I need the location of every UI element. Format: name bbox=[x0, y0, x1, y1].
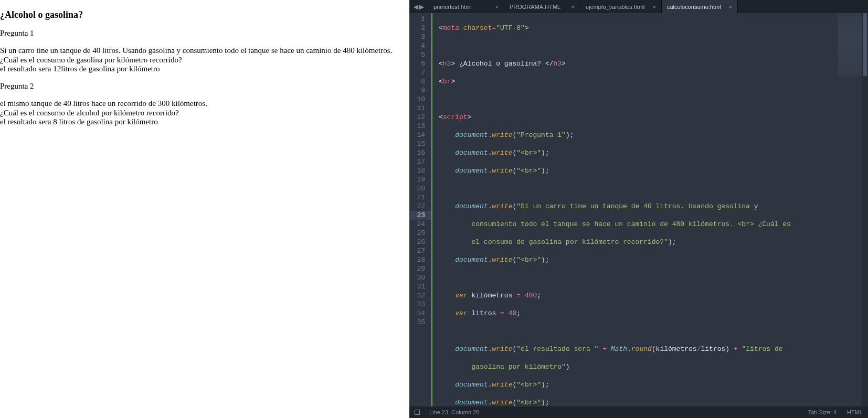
code-line: <h3> ¿Alcohol o gasolina? </h3> bbox=[439, 59, 868, 68]
code-line: el consumo de gasolina por kilómetro rec… bbox=[439, 238, 868, 246]
tab-size[interactable]: Tab Size: 4 bbox=[808, 409, 837, 415]
status-bar: Line 23, Column 28 Tab Size: 4 HTML bbox=[409, 406, 868, 418]
line-number: 17 bbox=[409, 157, 425, 166]
tab-label: PROGRAMA.HTML bbox=[510, 4, 560, 10]
tab-calculoconsumo[interactable]: calculoconsumo.html × bbox=[662, 0, 738, 13]
tab-label: primertest.html bbox=[433, 4, 472, 10]
editor-body[interactable]: 1 2 3 4 5 6 7 8 9 10 11 12 13 14 15 16 1… bbox=[409, 13, 868, 406]
code-line bbox=[439, 41, 868, 50]
code-line: document.write("<br>"); bbox=[439, 398, 868, 406]
page-title: ¿Alcohol o gasolina? bbox=[0, 9, 409, 20]
tab-bar: ◀ ▶ primertest.html × PROGRAMA.HTML × ej… bbox=[409, 0, 868, 13]
line-number: 16 bbox=[409, 148, 425, 157]
q2-result: el resultado sera 8 litros de gasolina p… bbox=[0, 117, 409, 126]
tab-label: calculoconsumo.html bbox=[667, 4, 721, 10]
code-line: document.write("<br>"); bbox=[439, 380, 868, 389]
syntax-mode[interactable]: HTML bbox=[847, 409, 863, 415]
line-number: 2 bbox=[409, 24, 425, 33]
q2-body: el mismo tanque de 40 litros hace un rec… bbox=[0, 99, 409, 108]
line-number: 4 bbox=[409, 41, 425, 50]
line-number: 28 bbox=[409, 255, 425, 264]
line-number: 24 bbox=[409, 220, 425, 229]
line-number: 35 bbox=[409, 318, 425, 327]
code-line: var litros = 40; bbox=[439, 309, 868, 318]
line-gutter: 1 2 3 4 5 6 7 8 9 10 11 12 13 14 15 16 1… bbox=[409, 13, 431, 406]
q1-body: Si un carro tine un tanque de 40 litros.… bbox=[0, 46, 409, 55]
code-line: gasolina por kilómetro") bbox=[439, 362, 868, 371]
line-number: 18 bbox=[409, 166, 425, 175]
code-line: consumiento todo el tanque se hace un ca… bbox=[439, 220, 868, 229]
cursor-position[interactable]: Line 23, Column 28 bbox=[429, 409, 479, 415]
line-number: 3 bbox=[409, 33, 425, 41]
q1-ask: ¿Cuál es el consumo de gasolina por kiló… bbox=[0, 56, 409, 65]
line-number: 15 bbox=[409, 140, 425, 148]
close-icon[interactable]: × bbox=[729, 4, 732, 10]
line-number: 13 bbox=[409, 122, 425, 131]
line-number: 12 bbox=[409, 113, 425, 122]
line-number: 7 bbox=[409, 68, 425, 77]
nav-next-icon[interactable]: ▶ bbox=[419, 3, 424, 10]
code-line: document.write("<br>"); bbox=[439, 166, 868, 175]
minimap[interactable] bbox=[838, 13, 862, 76]
q1-result: el resultado sera 12litros de gasolina p… bbox=[0, 65, 409, 73]
code-line: document.write("Pregunta 1"); bbox=[439, 131, 868, 140]
line-number: 20 bbox=[409, 184, 425, 193]
vertical-scrollbar[interactable] bbox=[862, 13, 868, 406]
close-icon[interactable]: × bbox=[571, 4, 575, 10]
tab-label: ejemplo_variables.html bbox=[586, 4, 645, 10]
nav-prev-icon[interactable]: ◀ bbox=[414, 3, 418, 10]
code-area[interactable]: <meta charset="UTF-8"> <h3> ¿Alcohol o g… bbox=[431, 13, 868, 406]
line-number: 6 bbox=[409, 59, 425, 68]
app-root: ¿Alcohol o gasolina? Pregunta 1 Si un ca… bbox=[0, 0, 868, 418]
q1-block: Si un carro tine un tanque de 40 litros.… bbox=[0, 46, 409, 73]
line-number: 34 bbox=[409, 309, 425, 318]
line-number: 22 bbox=[409, 202, 425, 211]
code-line bbox=[439, 184, 868, 193]
browser-preview: ¿Alcohol o gasolina? Pregunta 1 Si un ca… bbox=[0, 0, 409, 418]
code-line bbox=[439, 327, 868, 336]
line-number: 19 bbox=[409, 175, 425, 184]
line-number: 1 bbox=[409, 15, 425, 24]
line-number: 30 bbox=[409, 273, 425, 282]
code-line: <meta charset="UTF-8"> bbox=[439, 24, 868, 33]
code-line: document.write("el resultado sera " + Ma… bbox=[439, 345, 868, 353]
line-number: 5 bbox=[409, 50, 425, 59]
code-line: <script> bbox=[439, 113, 868, 122]
tab-ejemplo-variables[interactable]: ejemplo_variables.html × bbox=[580, 0, 662, 13]
code-line: document.write("<br>"); bbox=[439, 255, 868, 264]
q2-ask: ¿Cuál es el consumo de alcohol por kilóm… bbox=[0, 109, 409, 117]
tab-nav-arrows: ◀ ▶ bbox=[409, 0, 428, 13]
code-editor: ◀ ▶ primertest.html × PROGRAMA.HTML × ej… bbox=[409, 0, 868, 418]
line-number: 23 bbox=[409, 211, 431, 220]
line-number: 32 bbox=[409, 291, 425, 300]
line-number: 11 bbox=[409, 104, 425, 113]
code-line bbox=[439, 273, 868, 282]
code-line bbox=[439, 95, 868, 104]
line-number: 26 bbox=[409, 238, 425, 246]
code-line: <br> bbox=[439, 77, 868, 86]
code-line: document.write("<br>"); bbox=[439, 148, 868, 157]
q2-block: el mismo tanque de 40 litros hace un rec… bbox=[0, 99, 409, 126]
code-line: document.write("Si un carro tine un tanq… bbox=[439, 202, 868, 211]
line-number: 10 bbox=[409, 95, 425, 104]
close-icon[interactable]: × bbox=[495, 4, 499, 10]
line-number: 8 bbox=[409, 77, 425, 86]
panel-switcher-icon[interactable] bbox=[415, 410, 420, 415]
code-line: var kilómetros = 480; bbox=[439, 291, 868, 300]
tab-primertest[interactable]: primertest.html × bbox=[428, 0, 504, 13]
line-number: 21 bbox=[409, 193, 425, 202]
line-number: 27 bbox=[409, 246, 425, 255]
line-number: 29 bbox=[409, 264, 425, 273]
scrollbar-thumb[interactable] bbox=[863, 13, 867, 76]
line-number: 33 bbox=[409, 300, 425, 309]
close-icon[interactable]: × bbox=[653, 4, 656, 10]
line-number: 9 bbox=[409, 86, 425, 95]
line-number: 25 bbox=[409, 229, 425, 238]
tab-programa[interactable]: PROGRAMA.HTML × bbox=[504, 0, 580, 13]
line-number: 31 bbox=[409, 282, 425, 291]
q2-label: Pregunta 2 bbox=[0, 82, 409, 91]
q1-label: Pregunta 1 bbox=[0, 29, 409, 38]
line-number: 14 bbox=[409, 131, 425, 140]
